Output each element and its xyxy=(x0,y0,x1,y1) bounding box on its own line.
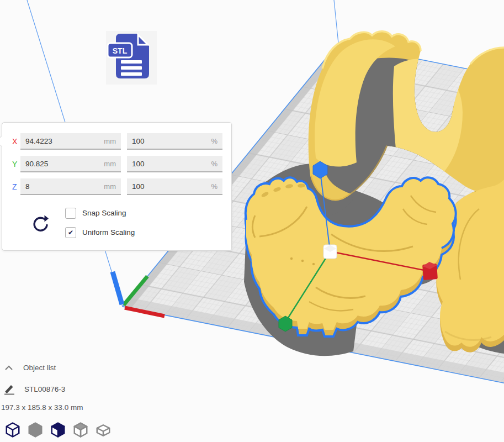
object-list-item[interactable]: STL00876-3 xyxy=(3,383,65,395)
x-size-field-wrap: mm xyxy=(20,133,121,150)
y-size-field-wrap: mm xyxy=(20,156,121,172)
z-axis-bar xyxy=(113,272,122,304)
x-size-input[interactable] xyxy=(20,133,121,149)
solid-gray-cube-icon[interactable] xyxy=(27,422,44,438)
panel-pointer-tail xyxy=(0,135,8,147)
object-list-title: Object list xyxy=(23,364,56,372)
folded-corner-icon xyxy=(138,35,148,45)
object-dimensions: 197.3 x 185.8 x 33.0 mm xyxy=(1,403,83,412)
z-size-input[interactable] xyxy=(20,178,121,194)
x-percent-input[interactable] xyxy=(127,133,222,149)
pencil-edit-icon xyxy=(3,383,15,395)
object-name: STL00876-3 xyxy=(24,385,65,393)
y-size-input[interactable] xyxy=(20,156,121,171)
cura-3d-scale-view: { "scale_panel": { "rows": [ { "axis": "… xyxy=(0,0,504,442)
y-percent-field-wrap: % xyxy=(127,156,222,172)
gray-flat-cube-icon[interactable] xyxy=(95,422,112,438)
snap-scaling-checkbox[interactable] xyxy=(65,208,76,219)
z-percent-field-wrap: % xyxy=(127,178,222,195)
x-axis-label: X xyxy=(12,133,21,150)
reset-scale-button[interactable] xyxy=(30,214,51,236)
gray-top-cube-icon[interactable] xyxy=(72,422,89,438)
y-axis-label: Y xyxy=(12,156,21,172)
mesh-type-toolbar xyxy=(4,422,112,438)
x-percent-field-wrap: % xyxy=(127,133,222,150)
scale-tool-panel: X mm % Y mm % Z mm % Snap Scaling ✔ Unif… xyxy=(2,122,232,251)
z-axis-label: Z xyxy=(12,178,21,195)
wireframe-cube-icon[interactable] xyxy=(4,422,21,438)
object-list-header[interactable]: Object list xyxy=(4,364,56,372)
z-percent-input[interactable] xyxy=(127,178,222,194)
z-size-field-wrap: mm xyxy=(20,178,121,195)
stl-file-icon: STL xyxy=(106,31,157,85)
uniform-scaling-label: Uniform Scaling xyxy=(82,227,135,238)
stl-file-badge: STL xyxy=(106,31,157,85)
stl-badge-label: STL xyxy=(113,46,128,55)
reset-arrow-icon xyxy=(30,214,50,235)
snap-scaling-label: Snap Scaling xyxy=(82,208,126,219)
y-percent-input[interactable] xyxy=(127,156,222,171)
scale-center-handle[interactable] xyxy=(323,245,337,259)
navy-open-cube-icon[interactable] xyxy=(50,422,66,438)
uniform-scaling-checkbox[interactable]: ✔ xyxy=(65,227,76,238)
chevron-up-icon xyxy=(4,365,13,371)
